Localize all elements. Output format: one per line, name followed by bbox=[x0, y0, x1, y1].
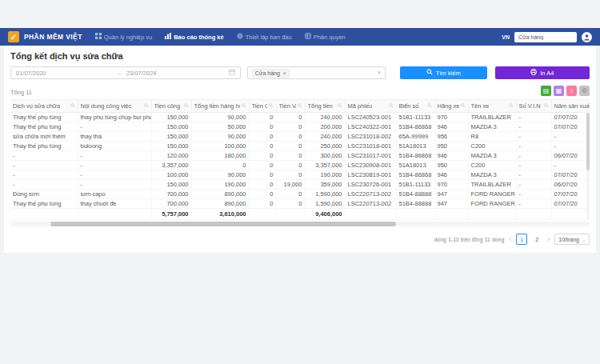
table-cell: 700,000 bbox=[151, 199, 191, 209]
store-search-input[interactable] bbox=[514, 32, 577, 42]
table-row[interactable]: --3,357,0000003,357,000LSC230908-00151A1… bbox=[10, 161, 590, 170]
store-filter-select[interactable]: Cửa hàng ✕ ▾ bbox=[247, 66, 386, 79]
column-header[interactable]: Số V.I.N bbox=[516, 100, 551, 113]
column-header[interactable]: Tổng tiền hàng hóa bbox=[191, 100, 249, 113]
table-row[interactable]: Thay thế phụ tùng-150,00050,00000200,000… bbox=[10, 122, 590, 132]
user-avatar[interactable] bbox=[582, 32, 592, 42]
table-cell: - bbox=[78, 161, 151, 170]
table-cell: C200 bbox=[468, 142, 516, 151]
table-row[interactable]: sửa chữa mới thêmthay thá150,00090,00000… bbox=[10, 132, 590, 142]
table-cell: - bbox=[10, 161, 78, 170]
nav-item-bao-cao-thong-ke[interactable]: Báo cáo thống kê bbox=[165, 33, 224, 41]
column-header[interactable]: Tổng tiền bbox=[305, 100, 345, 113]
language-selector[interactable]: VN bbox=[502, 34, 510, 40]
table-cell: LSC231018-001 bbox=[345, 142, 396, 151]
table-row[interactable]: Đồng sơnsơn capo700,000890,000001,590,00… bbox=[10, 190, 590, 199]
calendar-icon bbox=[229, 69, 235, 77]
column-search-icon[interactable] bbox=[298, 102, 302, 110]
column-search-icon[interactable] bbox=[184, 102, 189, 110]
columns-icon[interactable]: ▦ bbox=[554, 86, 564, 96]
table-cell: 956 bbox=[434, 132, 468, 142]
column-header[interactable]: Hãng xe bbox=[434, 100, 468, 113]
column-header[interactable]: Tiền CK bbox=[249, 100, 276, 113]
summary-cell bbox=[551, 209, 590, 220]
repair-summary-table: Dịch vụ sửa chữaNội dung công việcTiền c… bbox=[10, 100, 590, 220]
search-button-label: Tìm kiếm bbox=[436, 70, 461, 77]
file-pdf-icon[interactable]: I bbox=[566, 86, 577, 96]
column-search-icon[interactable] bbox=[427, 102, 432, 110]
print-a4-button[interactable]: In A4 bbox=[495, 66, 590, 79]
table-cell: 51B4-86868 bbox=[396, 170, 434, 180]
nav-item-label: Phân quyền bbox=[314, 34, 346, 41]
page-button-1[interactable]: 1 bbox=[516, 234, 527, 245]
column-header[interactable]: Năm sản xuất bbox=[551, 100, 590, 113]
close-icon[interactable]: ✕ bbox=[282, 70, 286, 76]
column-search-icon[interactable] bbox=[509, 102, 514, 110]
table-cell: 51B4-88888 bbox=[396, 190, 434, 199]
table-row[interactable]: Thay thế phụ tùngthay phụ tùng chụp bụi … bbox=[10, 113, 590, 122]
horizontal-scrollbar[interactable] bbox=[10, 222, 590, 226]
table-cell: 07/07/20 bbox=[551, 113, 590, 122]
date-from-value[interactable]: 01/07/2020 bbox=[16, 70, 118, 77]
search-button[interactable]: Tìm kiếm bbox=[400, 66, 487, 79]
table-row[interactable]: Thay thế phụ tùngbuloong150,000100,00000… bbox=[10, 142, 590, 151]
vertical-scrollbar-thumb[interactable] bbox=[586, 113, 590, 170]
table-summary-row: 5,757,0003,610,0009,406,000 bbox=[10, 209, 590, 220]
summary-cell bbox=[468, 209, 516, 220]
nav-item-quan-ly-nghiep-vu[interactable]: Quản lý nghiệp vụ bbox=[95, 33, 152, 41]
table-cell: 3,357,000 bbox=[151, 161, 191, 170]
table-cell: Đồng sơn bbox=[10, 190, 78, 199]
table-cell: - bbox=[516, 199, 551, 209]
column-search-icon[interactable] bbox=[544, 102, 549, 110]
table-cell: - bbox=[551, 161, 590, 170]
column-search-icon[interactable] bbox=[242, 102, 246, 110]
nav-item-label: Quản lý nghiệp vụ bbox=[104, 34, 152, 41]
page-size-select[interactable]: 10/trang ⌄ bbox=[554, 234, 590, 245]
table-cell: 65A-99999 bbox=[396, 132, 434, 142]
column-header[interactable]: Dịch vụ sửa chữa bbox=[10, 100, 78, 113]
nav-item-phan-quyen[interactable]: Phân quyền bbox=[305, 33, 346, 41]
table-row[interactable]: --150,000190,000019,000359,000LSC230726-… bbox=[10, 180, 590, 190]
table-cell: 700,000 bbox=[151, 190, 191, 199]
column-header[interactable]: Tên xe bbox=[468, 100, 516, 113]
table-cell: 946 bbox=[434, 122, 468, 132]
table-cell: 0 bbox=[249, 132, 276, 142]
chevron-left-icon[interactable]: ‹ bbox=[508, 235, 512, 243]
column-search-icon[interactable] bbox=[269, 102, 274, 110]
table-cell: 0 bbox=[276, 161, 305, 170]
table-cell: 07/07/20 bbox=[551, 190, 590, 199]
chevron-down-icon: ⌄ bbox=[582, 237, 586, 242]
table-cell: MAZDA 3 bbox=[468, 122, 516, 132]
column-header[interactable]: Tiền công bbox=[151, 100, 191, 113]
column-search-icon[interactable] bbox=[144, 102, 149, 110]
column-header[interactable]: Nội dung công việc bbox=[78, 100, 151, 113]
date-to-value[interactable]: 23/07/2024 bbox=[126, 70, 229, 77]
table-cell: 947 bbox=[434, 199, 468, 209]
page-button-2[interactable]: 2 bbox=[531, 234, 542, 245]
table-row[interactable]: --120,000180,00000300,000LSC231017-00151… bbox=[10, 151, 590, 161]
table-row[interactable]: Thay thế phụ tùngthay chuột đề700,000890… bbox=[10, 199, 590, 209]
table-cell: LSC230908-001 bbox=[345, 161, 396, 170]
summary-cell bbox=[345, 209, 396, 220]
horizontal-scrollbar-thumb[interactable] bbox=[50, 222, 396, 226]
brand[interactable]: ✓ PHẦN MỀM VIỆT bbox=[8, 31, 82, 42]
gear-icon[interactable]: ⚙ bbox=[579, 86, 590, 96]
data-table-container: Dịch vụ sửa chữaNội dung công việcTiền c… bbox=[10, 99, 590, 220]
nav-item-thiet-lap-ban-dau[interactable]: Thiết lập ban đầu bbox=[237, 33, 292, 41]
chevron-right-icon[interactable]: › bbox=[546, 235, 550, 243]
column-header-label: Dịch vụ sửa chữa bbox=[13, 102, 60, 110]
column-search-icon[interactable] bbox=[338, 102, 342, 110]
column-header[interactable]: Tiền VAT bbox=[276, 100, 305, 113]
date-range-picker[interactable]: 01/07/2020 – 23/07/2024 bbox=[10, 66, 241, 79]
table-cell: 0 bbox=[276, 122, 305, 132]
vertical-scrollbar[interactable] bbox=[586, 111, 590, 220]
column-search-icon[interactable] bbox=[70, 102, 75, 110]
column-header[interactable]: Biển số bbox=[396, 100, 434, 113]
table-cell: 51B4-86868 bbox=[396, 151, 434, 161]
column-search-icon[interactable] bbox=[461, 102, 466, 110]
column-header[interactable]: Mã phiếu bbox=[345, 100, 396, 113]
table-row[interactable]: --100,00090,00000190,000LSC230819-00151B… bbox=[10, 170, 590, 180]
file-excel-icon[interactable]: ▤ bbox=[541, 86, 551, 96]
table-cell: 0 bbox=[276, 151, 305, 161]
column-search-icon[interactable] bbox=[389, 102, 394, 110]
